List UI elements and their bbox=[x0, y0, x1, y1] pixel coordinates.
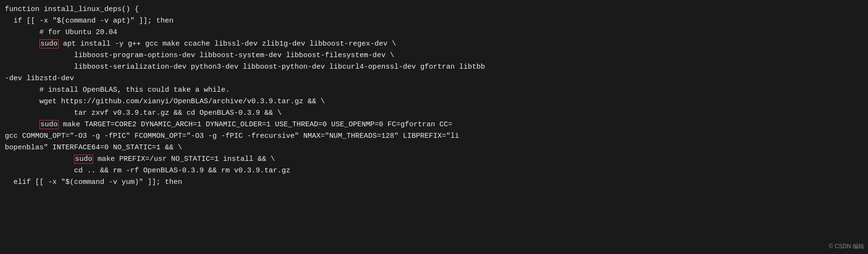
code-line-12: cd .. && rm -rf OpenBLAS-0.3.9 && rm v0.… bbox=[5, 165, 863, 177]
code-line-3: # for Ubuntu 20.04 bbox=[5, 27, 863, 38]
code-line-5: libboost-program-options-dev libboost-sy… bbox=[5, 50, 863, 61]
code-line-2: if [[ -x "$(command -v apt)" ]]; then bbox=[5, 15, 863, 27]
code-line-13: elif [[ -x "$(command -v yum)" ]]; then bbox=[5, 177, 863, 188]
sudo-keyword-2: sudo bbox=[39, 120, 59, 129]
code-line-10: sudo make TARGET=CORE2 DYNAMIC_ARCH=1 DY… bbox=[5, 119, 863, 154]
watermark: © CSDN 编辑 bbox=[829, 242, 864, 251]
code-block: function install_linux_deps() { if [[ -x… bbox=[0, 0, 868, 254]
code-line-9: tar zxvf v0.3.9.tar.gz && cd OpenBLAS-0.… bbox=[5, 108, 863, 119]
code-line-7: # install OpenBLAS, this could take a wh… bbox=[5, 85, 863, 96]
sudo-keyword-3: sudo bbox=[74, 155, 93, 164]
code-line-4: sudo apt install -y g++ gcc make ccache … bbox=[5, 38, 863, 50]
code-line-6: libboost-serialization-dev python3-dev l… bbox=[5, 61, 863, 85]
sudo-keyword-1: sudo bbox=[39, 39, 59, 48]
code-line-8: wget https://github.com/xianyi/OpenBLAS/… bbox=[5, 96, 863, 108]
keyword-function: function bbox=[5, 5, 39, 13]
code-line-11: sudo make PREFIX=/usr NO_STATIC=1 instal… bbox=[5, 154, 863, 165]
code-line-1: function install_linux_deps() { bbox=[5, 4, 863, 15]
